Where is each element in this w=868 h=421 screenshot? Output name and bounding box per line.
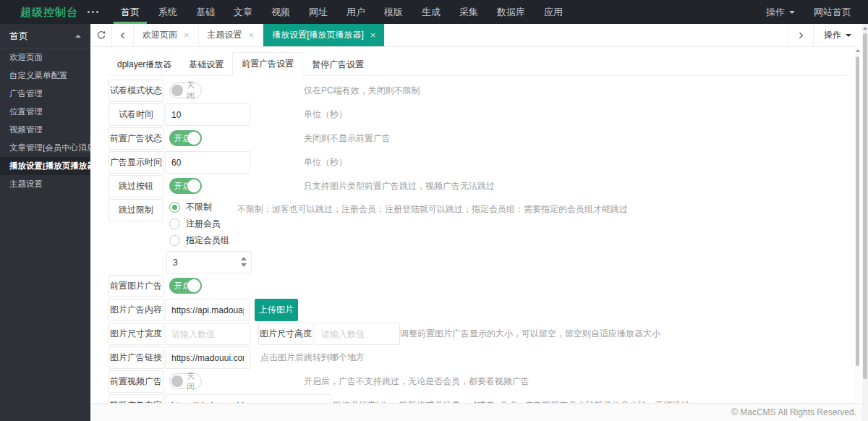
sidebar-item[interactable]: 主题设置 — [0, 175, 90, 193]
topbar-nav-item[interactable]: 生成 — [412, 0, 450, 24]
form-hint: 点击图片后跳转到哪个地方 — [260, 346, 365, 369]
sidebar-item[interactable]: 欢迎页面 — [0, 48, 90, 67]
settings-tab[interactable]: 前置广告设置 — [232, 52, 303, 76]
radio-option-label: 不限制 — [186, 201, 212, 213]
text-input[interactable] — [165, 323, 250, 345]
sidebar-item[interactable]: 播放设置[播放页播放器] — [0, 157, 90, 175]
content-scrollbar[interactable] — [855, 46, 860, 402]
topbar-nav-item[interactable]: 文章 — [224, 0, 262, 24]
radio-option[interactable]: 注册会员 — [169, 216, 252, 232]
radio-option[interactable]: 指定会员组 — [169, 232, 252, 249]
toggle-state-label: 关闭 — [187, 80, 201, 101]
chevron-up-icon — [75, 32, 81, 38]
tab-label: 欢迎页面 — [142, 29, 177, 41]
tabbar-action-dropdown[interactable]: 操作 — [813, 24, 862, 46]
page-scrollbar[interactable] — [862, 24, 868, 421]
form-label: 图片广告内容 — [109, 299, 163, 321]
sidebar-item[interactable]: 文章管理[会员中心消息] — [0, 139, 90, 157]
tabs-prev-button[interactable] — [112, 24, 134, 46]
form-row: 试看模式状态关闭仅在PC端有效，关闭则不限制 — [109, 80, 868, 102]
settings-tab[interactable]: dplayer播放器 — [109, 54, 180, 75]
topbar-nav-item[interactable]: 数据库 — [488, 0, 535, 24]
form-label: 图片广告链接 — [109, 346, 163, 369]
settings-tab[interactable]: 暂停广告设置 — [303, 54, 373, 75]
tab-label: 主题设置 — [208, 29, 242, 41]
sidebar-item[interactable]: 自定义菜单配置 — [0, 67, 90, 85]
toggle-switch[interactable]: 开启 — [169, 178, 202, 194]
topbar-nav-item[interactable]: 应用 — [535, 0, 572, 24]
tab-close-icon[interactable]: × — [184, 30, 190, 40]
sidebar: 首页 欢迎页面自定义菜单配置广告管理位置管理视频管理文章管理[会员中心消息]播放… — [0, 24, 90, 421]
toggle-switch[interactable]: 开启 — [169, 278, 202, 294]
form-label: 图片尺寸宽度 — [109, 323, 163, 345]
form-label: 广告显示时间 — [109, 151, 163, 174]
radio-icon — [169, 218, 180, 229]
text-input[interactable] — [165, 151, 250, 174]
form-hint: 关闭则不显示前置广告 — [304, 127, 391, 150]
form-row: 前置视频广告关闭开启后，广告不支持跳过，无论是否会员，都要看视频广告 — [109, 370, 868, 393]
topbar-nav-item[interactable]: 用户 — [337, 0, 375, 24]
tab-close-icon[interactable]: × — [249, 30, 255, 40]
form-row: 试看时间单位（秒） — [109, 103, 868, 126]
text-input[interactable] — [166, 251, 252, 273]
scrollbar-thumb[interactable] — [856, 56, 859, 366]
sidebar-group-header[interactable]: 首页 — [0, 24, 90, 48]
toggle-switch[interactable]: 关闭 — [169, 373, 202, 389]
form-row: 前置图片广告开启 — [109, 275, 868, 297]
radio-option-label: 指定会员组 — [186, 234, 229, 247]
scrollbar-thumb[interactable] — [863, 33, 867, 379]
radio-icon — [169, 202, 180, 213]
text-input[interactable] — [165, 103, 250, 126]
tab-close-icon[interactable]: × — [370, 30, 376, 40]
form-hint: 不限制：游客也可以跳过；注册会员：注册登陆就可以跳过；指定会员组：需要指定的会员… — [237, 201, 628, 218]
workspace-tab[interactable]: 主题设置× — [199, 24, 264, 46]
form-row: 图片广告链接点击图片后跳转到哪个地方 — [109, 346, 868, 369]
main-area: 欢迎页面×主题设置×播放设置[播放页播放器]× 操作 dplayer播放器基础设… — [90, 24, 868, 421]
stepper-up-icon[interactable] — [241, 257, 247, 260]
site-home-link[interactable]: 网站首页 — [814, 6, 851, 19]
footer: © MacCMS All Rights Reserved. — [90, 403, 868, 421]
form-row: 跳过按钮开启只支持图片类型前置广告跳过，视频广告无法跳过 — [109, 175, 868, 197]
topbar-action-dropdown[interactable]: 操作 — [766, 6, 795, 19]
topbar-nav-item[interactable]: 视频 — [262, 0, 299, 24]
stepper-arrows[interactable] — [241, 257, 247, 267]
topbar-nav-item[interactable]: 首页 — [111, 0, 149, 24]
sidebar-item[interactable]: 位置管理 — [0, 103, 90, 121]
form-row: 跳过限制不限制注册会员指定会员组不限制：游客也可以跳过；注册会员：注册登陆就可以… — [109, 199, 868, 273]
text-input[interactable] — [165, 299, 250, 321]
text-input[interactable] — [165, 346, 250, 369]
chevron-left-icon — [119, 31, 127, 40]
workspace: 首页 欢迎页面自定义菜单配置广告管理位置管理视频管理文章管理[会员中心消息]播放… — [0, 24, 868, 421]
settings-tab[interactable]: 基础设置 — [180, 54, 232, 75]
topbar-nav-item[interactable]: 采集 — [450, 0, 488, 24]
scrollbar-up-arrow-icon[interactable] — [856, 49, 860, 52]
topbar-nav-item[interactable]: 模版 — [375, 0, 412, 24]
top-navbar: 超级控制台 首页系统基础文章视频网址用户模版生成采集数据库应用 操作 网站首页 — [0, 0, 868, 24]
topbar-nav-item[interactable]: 网址 — [299, 0, 337, 24]
menu-ellipsis-icon[interactable] — [78, 0, 108, 24]
sidebar-item[interactable]: 广告管理 — [0, 85, 90, 103]
sidebar-item[interactable]: 视频管理 — [0, 121, 90, 139]
refresh-button[interactable] — [90, 24, 112, 46]
toggle-state-label: 关闭 — [187, 370, 201, 392]
settings-form: 试看模式状态关闭仅在PC端有效，关闭则不限制试看时间单位（秒）前置广告状态开启关… — [109, 80, 868, 403]
tabs-next-button[interactable] — [788, 24, 813, 46]
workspace-tab[interactable]: 欢迎页面× — [134, 24, 199, 46]
radio-icon — [169, 235, 180, 246]
scrollbar-up-arrow-icon[interactable] — [863, 27, 867, 30]
form-hint: 调整前置图片广告显示的大小，可以留空，留空则自适应播放器大小 — [400, 323, 660, 345]
text-input[interactable] — [315, 323, 400, 345]
stepper-down-icon[interactable] — [241, 263, 247, 267]
text-input[interactable] — [165, 394, 331, 403]
topbar-nav-item[interactable]: 基础 — [187, 0, 224, 24]
toggle-switch[interactable]: 关闭 — [169, 82, 202, 98]
form-row: 广告显示时间单位（秒） — [109, 151, 868, 174]
form-hint: 仅在PC端有效，关闭则不限制 — [304, 80, 420, 102]
form-hint: 单位（秒） — [304, 151, 347, 174]
upload-image-button[interactable]: 上传图片 — [255, 299, 298, 321]
workspace-tab[interactable]: 播放设置[播放页播放器]× — [263, 24, 385, 46]
toggle-switch[interactable]: 开启 — [169, 130, 202, 146]
topbar-nav-item[interactable]: 系统 — [149, 0, 187, 24]
form-hint: 开启后，广告不支持跳过，无论是否会员，都要看视频广告 — [304, 370, 529, 393]
topbar-nav: 首页系统基础文章视频网址用户模版生成采集数据库应用 — [111, 0, 572, 24]
